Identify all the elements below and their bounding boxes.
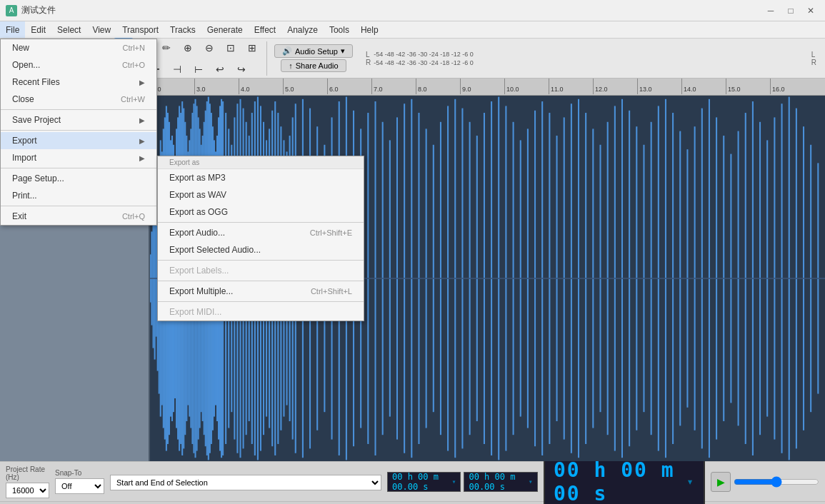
project-rate-label: Project Rate (Hz)	[6, 465, 49, 481]
big-time-value: 00 h 00 m 00 s	[554, 458, 684, 505]
window-controls: ─ □ ✕	[762, 4, 819, 18]
import-label: Import	[12, 153, 36, 163]
project-rate-select[interactable]: 16000 22050 44100 48000	[6, 483, 49, 498]
menu-open[interactable]: Open... Ctrl+O	[1, 56, 156, 74]
menu-edit[interactable]: Edit	[25, 21, 51, 38]
snap-select[interactable]: Off Nearest	[55, 478, 104, 494]
export-midi-label: Export MIDI...	[169, 307, 221, 317]
upload-icon: ↑	[289, 61, 293, 70]
ruler-tick: 3.0	[194, 79, 239, 94]
selection-group: Start and End of Selection Start and Len…	[110, 473, 381, 490]
export-ogg-label: Export as OGG	[169, 207, 228, 217]
export-audio-shortcut: Ctrl+Shift+E	[310, 228, 352, 237]
ruler-tick: 11.0	[549, 79, 593, 94]
export-selected-audio-label: Export Selected Audio...	[169, 245, 261, 255]
menu-file[interactable]: File	[0, 21, 25, 38]
recent-files-label: Recent Files	[12, 77, 60, 87]
minimize-button[interactable]: ─	[762, 4, 779, 18]
menu-effect[interactable]: Effect	[249, 21, 281, 38]
export-section-header: Export as	[158, 156, 364, 169]
menu-analyze[interactable]: Analyze	[281, 21, 324, 38]
end-time-display: 00 h 00 m 00.00 s ▾	[464, 472, 537, 492]
lr-label: LR	[366, 51, 371, 66]
big-time-display: 00 h 00 m 00 s ▾	[544, 454, 705, 505]
menu-view[interactable]: View	[86, 21, 116, 38]
bottom-play-button[interactable]: ▶	[711, 472, 731, 492]
lr-label-right: LR	[811, 51, 816, 66]
time-end-chevron: ▾	[529, 478, 533, 485]
ruler-tick: 5.0	[283, 79, 327, 94]
fit-button[interactable]: ⊡	[221, 38, 241, 58]
menu-tools[interactable]: Tools	[324, 21, 355, 38]
selection-type-select[interactable]: Start and End of Selection Start and Len…	[110, 475, 381, 490]
menu-exit[interactable]: Exit Ctrl+Q	[1, 208, 156, 225]
vu-meter-area: LR -54 -48 -42 -36 -30 -24 -18 -12 -6 0 …	[360, 51, 822, 66]
playback-speed-slider[interactable]	[734, 476, 819, 488]
exit-label: Exit	[12, 211, 26, 221]
export-mp3[interactable]: Export as MP3	[158, 169, 364, 186]
export-selected-audio[interactable]: Export Selected Audio...	[158, 241, 364, 258]
share-audio-button[interactable]: ↑ Share Audio	[281, 59, 346, 72]
ruler-tick: 7.0	[371, 79, 416, 94]
snap-group: Snap-To Off Nearest	[55, 469, 104, 494]
draw-tool-button[interactable]: ✏	[156, 38, 176, 58]
ruler-tick: 15.0	[726, 79, 770, 94]
menu-transport[interactable]: Transport	[116, 21, 164, 38]
silence-button[interactable]: ⊢	[189, 59, 209, 79]
print-label: Print...	[12, 191, 37, 201]
undo-button[interactable]: ↩	[210, 59, 230, 79]
export-wav-label: Export as WAV	[169, 190, 226, 200]
close-shortcut: Ctrl+W	[121, 95, 145, 104]
ruler-marks: 2.0 3.0 4.0 5.0 6.0 7.0 8.0 9.0 10.0 11.…	[150, 79, 814, 96]
menu-bar: File Edit Select View Transport Tracks G…	[0, 21, 825, 39]
menu-tracks[interactable]: Tracks	[164, 21, 201, 38]
close-button[interactable]: ✕	[802, 4, 819, 18]
export-ogg[interactable]: Export as OGG	[158, 203, 364, 221]
menu-select[interactable]: Select	[51, 21, 86, 38]
playback-slider-area	[734, 476, 819, 488]
time-start-chevron: ▾	[451, 478, 456, 485]
snap-label: Snap-To	[55, 469, 104, 477]
separator-4	[1, 206, 156, 206]
time-start-value: 00 h 00 m 00.00 s	[392, 472, 449, 492]
menu-close[interactable]: Close Ctrl+W	[1, 91, 156, 108]
start-time-display: 00 h 00 m 00.00 s ▾	[387, 472, 461, 492]
zoom-out-button[interactable]: ⊖	[199, 38, 219, 58]
export-audio[interactable]: Export Audio... Ctrl+Shift+E	[158, 224, 364, 241]
ruler-tick: 8.0	[416, 79, 460, 94]
fit-v-button[interactable]: ⊞	[242, 38, 262, 58]
menu-recent-files[interactable]: Recent Files	[1, 74, 156, 91]
trim-button[interactable]: ⊣	[167, 59, 187, 79]
maximize-button[interactable]: □	[782, 4, 799, 18]
export-sep-4	[158, 301, 364, 302]
audio-setup-button[interactable]: 🔊 Audio Setup ▾	[274, 44, 353, 58]
ruler-tick: 13.0	[637, 79, 681, 94]
export-midi: Export MIDI...	[158, 303, 364, 321]
menu-import[interactable]: Import	[1, 149, 156, 166]
export-multiple[interactable]: Export Multiple... Ctrl+Shift+L	[158, 283, 364, 300]
export-multiple-label: Export Multiple...	[169, 286, 233, 296]
new-label: New	[12, 43, 29, 53]
export-wav[interactable]: Export as WAV	[158, 186, 364, 203]
redo-button[interactable]: ↪	[231, 59, 251, 79]
menu-export[interactable]: Export	[1, 132, 156, 149]
separator-3	[1, 168, 156, 168]
export-mp3-label: Export as MP3	[169, 173, 226, 183]
big-time-chevron: ▾	[686, 475, 695, 488]
ruler-tick: 10.0	[504, 79, 549, 94]
separator-2	[1, 130, 156, 131]
open-label: Open...	[12, 60, 40, 70]
vu-scale-bottom: -54 -48 -42 -36 -30 -24 -18 -12 -6 0	[374, 59, 474, 66]
menu-print[interactable]: Print...	[1, 187, 156, 204]
menu-help[interactable]: Help	[355, 21, 384, 38]
export-label: Export	[12, 136, 37, 146]
titlebar-left: A 测试文件	[6, 4, 56, 16]
ruler-tick: 4.0	[239, 79, 283, 94]
menu-page-setup[interactable]: Page Setup...	[1, 170, 156, 187]
exit-shortcut: Ctrl+Q	[122, 212, 145, 221]
menu-generate[interactable]: Generate	[201, 21, 249, 38]
zoom-in-button[interactable]: ⊕	[178, 38, 198, 58]
audio-controls-group: 🔊 Audio Setup ▾ ↑ Share Audio	[269, 44, 359, 72]
menu-save-project[interactable]: Save Project	[1, 111, 156, 128]
menu-new[interactable]: New Ctrl+N	[1, 39, 156, 56]
